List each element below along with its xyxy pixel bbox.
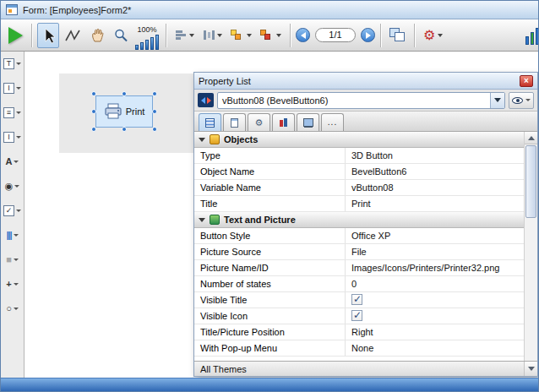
line-tool[interactable]: [61, 23, 84, 48]
run-form-button[interactable]: [4, 23, 26, 48]
tab-more[interactable]: ...: [321, 113, 344, 131]
close-button[interactable]: ×: [520, 75, 533, 87]
selection-handle[interactable]: [152, 127, 157, 132]
tool-list-box[interactable]: ≡: [2, 104, 24, 121]
object-navigation-icon[interactable]: [198, 93, 214, 107]
form-page-area[interactable]: Print: [59, 74, 194, 153]
selection-handle[interactable]: [152, 109, 157, 114]
property-row-object-name[interactable]: Object Name BevelButton6: [194, 164, 524, 180]
selection-handle[interactable]: [122, 127, 127, 132]
windows-list-button[interactable]: [386, 23, 409, 48]
property-row-button-style[interactable]: Button Style Office XP: [194, 228, 524, 244]
selection-handle[interactable]: [91, 91, 96, 96]
property-value[interactable]: BevelButton6: [345, 164, 524, 179]
tab-settings[interactable]: ⚙: [248, 113, 270, 131]
property-row-number-of-states[interactable]: Number of states 0: [194, 276, 524, 292]
distribute-tools-dropdown[interactable]: [199, 23, 226, 48]
tool-static-text[interactable]: A: [2, 153, 24, 170]
scroll-up-button[interactable]: [525, 132, 537, 144]
level-tools-dropdown[interactable]: [227, 23, 255, 48]
chevron-down-icon[interactable]: [14, 308, 19, 310]
selection-handle[interactable]: [91, 127, 96, 132]
object-selector-dropdown[interactable]: vButton08 (BevelButton6): [217, 92, 505, 109]
checkbox-checked[interactable]: [351, 294, 362, 305]
property-row-with-popup-menu[interactable]: With Pop-up Menu None: [194, 340, 524, 357]
title-bar[interactable]: Form: [Employees]Form2*: [1, 1, 538, 19]
tab-form-properties[interactable]: [223, 113, 246, 131]
property-value[interactable]: Office XP: [345, 228, 524, 243]
group-header-objects[interactable]: Objects: [194, 132, 524, 148]
chevron-down-icon[interactable]: [14, 185, 19, 188]
group-header-text-and-picture[interactable]: Text and Picture: [194, 212, 524, 228]
oval-tool-icon: ○: [6, 303, 12, 314]
tool-splitter[interactable]: +: [2, 275, 24, 292]
chevron-down-icon[interactable]: [14, 234, 19, 237]
themes-filter-label[interactable]: All Themes: [194, 364, 247, 374]
property-list-scrollbar[interactable]: [524, 132, 537, 361]
tool-input[interactable]: I: [2, 79, 24, 96]
tool-text[interactable]: T: [2, 55, 24, 72]
pan-hand-tool[interactable]: [86, 23, 108, 48]
property-row-visible-icon[interactable]: Visible Icon: [194, 308, 524, 324]
next-page-button[interactable]: [361, 28, 375, 42]
chevron-down-icon[interactable]: [16, 112, 21, 114]
tool-radio-button[interactable]: ◉: [2, 177, 24, 194]
chevron-down-icon: [438, 34, 443, 37]
tab-events[interactable]: [272, 113, 295, 131]
property-value[interactable]: vButton08: [345, 180, 524, 195]
selection-handle[interactable]: [91, 109, 96, 114]
property-value[interactable]: Right: [345, 324, 524, 340]
property-row-variable-name[interactable]: Variable Name vButton08: [194, 180, 524, 196]
tool-button-grid[interactable]: |||: [2, 226, 24, 243]
print-bevel-button[interactable]: Print: [95, 95, 153, 128]
property-value[interactable]: Print: [345, 196, 524, 211]
group-tools-dropdown[interactable]: [257, 23, 285, 48]
scroll-down-button[interactable]: [524, 362, 537, 376]
property-row-picture-source[interactable]: Picture Source File: [194, 244, 524, 260]
page-indicator[interactable]: 1/1: [315, 28, 356, 42]
property-value[interactable]: File: [345, 244, 524, 259]
tab-display[interactable]: [297, 113, 319, 131]
tool-check-box[interactable]: ✓: [2, 202, 24, 219]
distribute-icon: [203, 30, 215, 41]
selected-object[interactable]: Print: [91, 91, 157, 132]
select-arrow-tool[interactable]: [37, 23, 59, 48]
clipped-toolbar-icon[interactable]: [525, 26, 538, 45]
property-row-picture-name[interactable]: Picture Name/ID Images/Icons/Printers/Pr…: [194, 260, 524, 276]
selection-handle[interactable]: [122, 91, 127, 96]
previous-page-button[interactable]: [296, 28, 310, 42]
property-list-title-bar[interactable]: Property List ×: [194, 73, 537, 90]
collapse-triangle-icon[interactable]: [199, 138, 205, 142]
property-row-title[interactable]: Title Print: [194, 196, 524, 212]
chevron-down-icon[interactable]: [16, 210, 21, 212]
tool-rectangle[interactable]: ■: [2, 251, 24, 268]
zoom-level-control[interactable]: 100%: [133, 21, 161, 50]
tool-oval[interactable]: ○: [2, 300, 24, 317]
collapse-triangle-icon[interactable]: [199, 218, 205, 222]
selection-handle[interactable]: [152, 91, 157, 96]
scrollbar-thumb[interactable]: [525, 145, 536, 218]
chevron-down-icon[interactable]: [16, 136, 21, 139]
property-row-type[interactable]: Type 3D Button: [194, 148, 524, 164]
chevron-down-icon[interactable]: [14, 161, 19, 163]
zoom-bars-icon[interactable]: [135, 35, 159, 50]
property-row-title-picture-position[interactable]: Title/Picture Position Right: [194, 324, 524, 340]
chevron-down-icon[interactable]: [16, 87, 21, 90]
property-value[interactable]: None: [345, 340, 524, 356]
checkbox-checked[interactable]: [351, 310, 362, 321]
align-tools-dropdown[interactable]: [172, 23, 198, 48]
chevron-down-icon[interactable]: [16, 63, 21, 65]
tool-combo-box[interactable]: I: [2, 128, 24, 145]
move-front-icon: [231, 30, 244, 41]
tab-objects[interactable]: [199, 113, 221, 131]
zoom-tool[interactable]: [110, 23, 132, 48]
actions-gear-dropdown[interactable]: ⚙: [420, 23, 446, 48]
property-value[interactable]: 0: [345, 276, 524, 291]
chevron-down-icon[interactable]: [14, 283, 19, 286]
dropdown-arrow-button[interactable]: [490, 93, 504, 108]
visibility-toggle-button[interactable]: [509, 92, 534, 109]
property-row-visible-title[interactable]: Visible Title: [194, 292, 524, 308]
chevron-down-icon[interactable]: [14, 259, 19, 261]
property-value[interactable]: 3D Button: [345, 148, 524, 163]
property-value[interactable]: Images/Icons/Printers/Printer32.png: [345, 260, 524, 275]
